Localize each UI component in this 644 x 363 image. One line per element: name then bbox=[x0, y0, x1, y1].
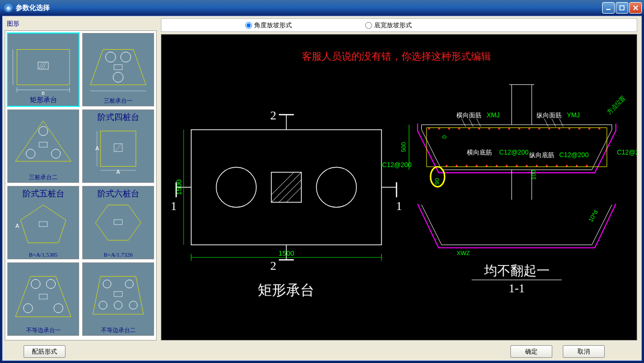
app-icon: ⊕ bbox=[4, 4, 13, 12]
maximize-button[interactable] bbox=[616, 2, 628, 14]
minimize-button[interactable] bbox=[602, 2, 615, 14]
window-title: 参数化选择 bbox=[16, 3, 50, 13]
close-button[interactable] bbox=[629, 2, 642, 14]
svg-rect-1 bbox=[620, 6, 624, 10]
titlebar: ⊕ 参数化选择 bbox=[0, 0, 644, 16]
